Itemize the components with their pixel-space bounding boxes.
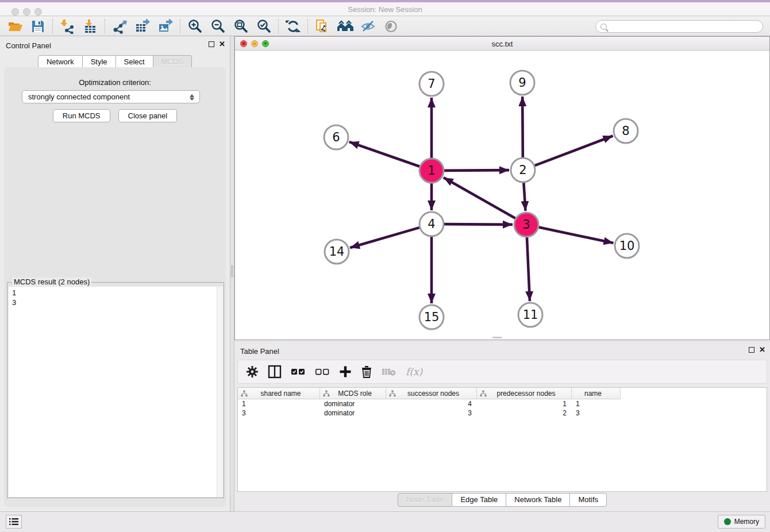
close-panel-button[interactable]: Close panel	[118, 109, 178, 122]
toolbar-separator	[278, 19, 279, 34]
criterion-value: strongly connected component	[28, 92, 130, 101]
import-network-icon[interactable]	[56, 18, 79, 35]
table-toolbar: f(x)	[237, 360, 767, 384]
table-header-row: shared nameMCDS rolesuccessor nodesprede…	[238, 388, 767, 399]
open-session-icon[interactable]	[3, 18, 26, 35]
table-panel-title: Table Panel	[240, 347, 279, 356]
zoom-in-icon[interactable]	[183, 18, 206, 35]
zoom-fit-icon[interactable]	[229, 18, 252, 35]
mcds-result-fieldset: MCDS result (2 nodes) 1 3	[7, 282, 224, 498]
show-all-icon[interactable]	[380, 18, 403, 35]
table-cell: 2	[477, 408, 572, 418]
mcds-result-area[interactable]: 1 3	[9, 287, 223, 497]
graph-edge-2-3[interactable]	[523, 183, 525, 211]
float-table-panel-icon[interactable]	[749, 347, 754, 353]
canvas-resize-handle[interactable]	[492, 337, 502, 338]
export-table-icon[interactable]	[131, 18, 154, 35]
column-header-shared-name[interactable]: shared name	[238, 388, 320, 399]
zoom-selected-icon[interactable]	[252, 18, 275, 35]
toolbar-separator	[307, 19, 308, 34]
graph-node-label: 14	[329, 245, 345, 259]
node-table: shared nameMCDS rolesuccessor nodesprede…	[237, 387, 767, 492]
control-panel: Control Panel ✕ Network Style Select MCD…	[0, 36, 230, 511]
deselect-all-icon[interactable]	[315, 364, 330, 379]
tab-motifs[interactable]: Motifs	[570, 493, 607, 507]
export-network-icon[interactable]	[108, 18, 131, 35]
graph-node-label: 7	[428, 77, 435, 91]
settings-gear-icon[interactable]	[246, 364, 259, 379]
delete-table-icon[interactable]	[382, 364, 396, 379]
zoom-out-icon[interactable]	[206, 18, 229, 35]
close-table-panel-icon[interactable]: ✕	[759, 347, 765, 353]
table-row[interactable]: 1dominator411	[238, 399, 767, 408]
select-all-icon[interactable]	[291, 364, 306, 379]
panel-splitter[interactable]	[230, 36, 234, 511]
graph-node-label: 1	[428, 164, 435, 178]
graph-node-label: 6	[332, 130, 340, 144]
toolbar-separator	[180, 19, 180, 34]
criterion-select[interactable]: strongly connected component	[22, 90, 200, 103]
result-scrollbar[interactable]	[217, 287, 223, 497]
select-stepper-icon	[188, 92, 195, 102]
table-cell: dominator	[320, 399, 386, 408]
search-field[interactable]	[595, 20, 763, 33]
column-header-MCDS-role[interactable]: MCDS role	[320, 388, 386, 399]
network-window-titlebar[interactable]: ✕ − + scc.txt	[235, 37, 769, 51]
float-panel-icon[interactable]	[209, 41, 214, 47]
table-cell: 3	[386, 408, 477, 418]
table-row[interactable]: 3dominator323	[238, 408, 767, 418]
graph-edge-2-9[interactable]	[522, 97, 523, 157]
network-view-window: ✕ − + scc.txt 7968124314101511	[234, 36, 770, 340]
search-input[interactable]	[610, 21, 763, 32]
refresh-icon[interactable]	[282, 18, 305, 35]
splitter-handle-icon[interactable]	[231, 265, 233, 277]
show-column-panel-icon[interactable]	[268, 364, 282, 379]
close-panel-icon[interactable]: ✕	[219, 41, 225, 47]
graph-node-label: 10	[619, 239, 635, 253]
graph-edge-3-1[interactable]	[444, 178, 515, 218]
table-cell: 1	[477, 399, 572, 408]
run-mcds-button[interactable]: Run MCDS	[53, 109, 110, 122]
save-session-icon[interactable]	[26, 18, 49, 35]
tab-node-table[interactable]: Node Table	[398, 493, 453, 507]
import-table-icon[interactable]	[79, 18, 102, 35]
duplicate-network-icon[interactable]	[311, 18, 334, 35]
mcds-result-title: MCDS result (2 nodes)	[12, 277, 91, 286]
graph-edge-3-10[interactable]	[539, 228, 614, 243]
table-panel: Table Panel ✕	[234, 342, 770, 511]
graph-edge-4-14[interactable]	[350, 228, 419, 248]
memory-button[interactable]: Memory	[718, 515, 765, 529]
graph-edge-4-3[interactable]	[444, 224, 513, 225]
task-history-button[interactable]	[6, 515, 22, 529]
graph-node-label: 11	[523, 308, 538, 322]
network-graph[interactable]: 7968124314101511	[235, 51, 769, 340]
tab-edge-table[interactable]: Edge Table	[452, 493, 506, 507]
column-header-successor-nodes[interactable]: successor nodes	[386, 388, 477, 399]
export-image-icon[interactable]	[154, 18, 177, 35]
hide-selected-icon[interactable]	[357, 18, 380, 35]
graph-edge-3-11[interactable]	[527, 237, 530, 301]
graph-node-label: 4	[428, 217, 435, 231]
toolbar-separator	[105, 19, 105, 34]
first-neighbors-icon[interactable]	[334, 18, 357, 35]
table-cell: 3	[238, 408, 320, 418]
search-icon	[600, 24, 607, 30]
graph-edge-1-2[interactable]	[444, 170, 509, 171]
table-body: 1dominator4113dominator323	[238, 399, 767, 418]
optimization-criterion-label: Optimization criterion:	[0, 78, 230, 87]
add-column-icon[interactable]	[339, 364, 352, 379]
graph-edge-2-8[interactable]	[535, 136, 613, 166]
status-bar: Memory	[0, 511, 770, 532]
mcds-result-text: 1 3	[12, 288, 16, 307]
table-cell: 1	[572, 399, 621, 408]
graph-node-label: 8	[622, 124, 629, 138]
graph-node-label: 2	[519, 163, 526, 177]
tab-network-table[interactable]: Network Table	[506, 493, 570, 507]
network-title: scc.txt	[235, 40, 769, 48]
graph-edge-1-6[interactable]	[349, 142, 420, 167]
network-canvas[interactable]: 7968124314101511	[235, 51, 769, 340]
delete-column-icon[interactable]	[361, 364, 372, 379]
column-header-name[interactable]: name	[572, 388, 621, 399]
column-header-predecessor-nodes[interactable]: predecessor nodes	[477, 388, 572, 399]
app-title: Session: New Session	[0, 5, 770, 14]
